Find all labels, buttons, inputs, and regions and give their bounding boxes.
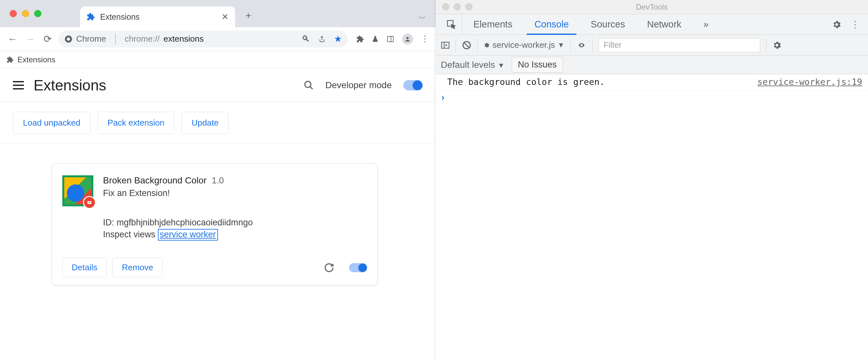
tab-console[interactable]: Console (523, 14, 580, 35)
remove-button[interactable]: Remove (113, 258, 162, 277)
toolbar-right-icons: ⋮ (356, 34, 429, 44)
reload-extension-icon[interactable] (324, 263, 334, 273)
svg-point-1 (67, 37, 70, 41)
extension-id: ID: mgfbhjnibhjdehcphiocaoiediidmngo (103, 218, 367, 228)
menu-icon[interactable] (13, 81, 24, 89)
pack-extension-button[interactable]: Pack extension (97, 112, 175, 134)
extensions-grid: Broken Background Color 1.0 Fix an Exten… (0, 144, 436, 305)
devtools-title-bar: DevTools (436, 0, 868, 14)
console-log-line: The background color is green. service-w… (436, 74, 868, 90)
context-selector[interactable]: service-worker.js ▼ (484, 40, 564, 50)
filter-placeholder: Filter (603, 40, 622, 50)
profile-avatar[interactable] (402, 34, 413, 44)
devtools-overflow-icon[interactable]: ⋮ (850, 19, 860, 30)
fullscreen-window-button[interactable] (465, 3, 472, 10)
service-worker-link[interactable]: service worker (158, 229, 218, 241)
search-icon[interactable] (304, 80, 314, 90)
bookmark-bar: Extensions (0, 51, 436, 68)
extensions-header: Extensions Developer mode (0, 68, 436, 102)
svg-rect-10 (441, 42, 449, 48)
fullscreen-window-button[interactable] (34, 10, 41, 17)
console-toolbar-secondary: Default levels ▼ No Issues (436, 56, 868, 74)
browser-toolbar: ← → ⟳ Chrome │ chrome://extensions 🔍︎ ★ (0, 27, 436, 51)
window-controls (442, 3, 472, 10)
tabs-dropdown-icon[interactable]: ﹀ (419, 13, 426, 23)
tab-strip: Extensions ✕ ＋ ﹀ (0, 0, 436, 27)
svg-line-13 (464, 42, 469, 48)
context-label: service-worker.js (492, 40, 555, 50)
developer-mode-label: Developer mode (326, 80, 392, 90)
minimize-window-button[interactable] (454, 3, 461, 10)
tab-network[interactable]: Network (636, 14, 692, 35)
reload-button[interactable]: ⟳ (41, 33, 54, 44)
console-settings-gear-icon[interactable] (772, 40, 782, 50)
tab-sources[interactable]: Sources (580, 14, 636, 35)
extension-name: Broken Background Color (103, 175, 207, 186)
bookmark-star-icon[interactable]: ★ (334, 34, 342, 44)
extension-description: Fix an Extension! (103, 188, 367, 198)
forward-button[interactable]: → (24, 34, 36, 44)
svg-point-8 (89, 202, 90, 203)
window-controls (10, 10, 41, 17)
chevron-down-icon: ▼ (558, 41, 565, 50)
tab-elements[interactable]: Elements (462, 14, 523, 35)
devtools-window: DevTools Elements Console Sources Networ… (436, 0, 868, 361)
panel-icon[interactable] (386, 35, 394, 42)
extensions-actions: Load unpacked Pack extension Update (0, 102, 436, 144)
clear-console-icon[interactable] (462, 40, 471, 50)
load-unpacked-button[interactable]: Load unpacked (13, 112, 90, 134)
puzzle-icon (6, 56, 13, 63)
svg-line-6 (310, 87, 313, 89)
console-output: The background color is green. service-w… (436, 74, 868, 361)
settings-gear-icon[interactable] (832, 20, 841, 29)
console-sidebar-toggle-icon[interactable] (441, 41, 450, 50)
chevron-down-icon: ▼ (498, 61, 505, 69)
chrome-window: Extensions ✕ ＋ ﹀ ← → ⟳ Chrome │ chrome:/… (0, 0, 436, 361)
issues-button[interactable]: No Issues (512, 57, 563, 73)
address-bar[interactable]: Chrome │ chrome://extensions 🔍︎ ★ (59, 31, 348, 48)
developer-mode-toggle[interactable] (403, 80, 423, 90)
inspect-views-row: Inspect views service worker (103, 230, 367, 240)
update-button[interactable]: Update (182, 112, 228, 134)
new-tab-button[interactable]: ＋ (244, 9, 253, 22)
chrome-icon (65, 35, 72, 43)
devtools-title: DevTools (636, 3, 668, 11)
close-window-button[interactable] (10, 10, 17, 17)
browser-tab[interactable]: Extensions ✕ (80, 6, 235, 27)
live-expression-icon[interactable] (577, 42, 587, 49)
svg-rect-2 (388, 36, 393, 42)
console-prompt[interactable]: › (436, 90, 868, 104)
svg-point-5 (305, 81, 311, 88)
bookmark-item[interactable]: Extensions (18, 55, 55, 64)
extension-card: Broken Background Color 1.0 Fix an Exten… (52, 163, 378, 285)
extension-version: 1.0 (212, 176, 224, 186)
inspect-views-label: Inspect views (103, 230, 158, 239)
details-button[interactable]: Details (62, 258, 106, 277)
extension-icon (62, 175, 93, 206)
overflow-menu-icon[interactable]: ⋮ (421, 34, 429, 44)
inspect-element-icon[interactable] (441, 14, 462, 35)
minimize-window-button[interactable] (22, 10, 29, 17)
close-tab-icon[interactable]: ✕ (221, 12, 228, 22)
log-levels-selector[interactable]: Default levels ▼ (441, 60, 505, 70)
filter-input[interactable]: Filter (599, 38, 760, 52)
unpacked-badge-icon (83, 196, 96, 209)
console-toolbar: service-worker.js ▼ Filter (436, 35, 868, 56)
url-prefix: chrome:// (125, 34, 159, 44)
puzzle-icon (87, 12, 95, 21)
back-button[interactable]: ← (6, 34, 19, 44)
extensions-icon[interactable] (356, 35, 364, 43)
share-icon[interactable] (318, 35, 326, 43)
log-message: The background color is green. (447, 77, 605, 87)
tab-title: Extensions (100, 12, 216, 22)
zoom-icon[interactable]: 🔍︎ (302, 34, 310, 44)
svg-point-4 (407, 37, 409, 39)
labs-icon[interactable] (372, 35, 379, 43)
extension-enable-toggle[interactable] (349, 263, 367, 272)
page-title: Extensions (34, 77, 106, 94)
close-window-button[interactable] (442, 3, 449, 10)
devtools-tabs: Elements Console Sources Network » ⋮ (436, 14, 868, 35)
url-path: extensions (163, 34, 204, 44)
log-source-link[interactable]: service-worker.js:19 (757, 77, 862, 87)
more-tabs-icon[interactable]: » (692, 14, 719, 35)
